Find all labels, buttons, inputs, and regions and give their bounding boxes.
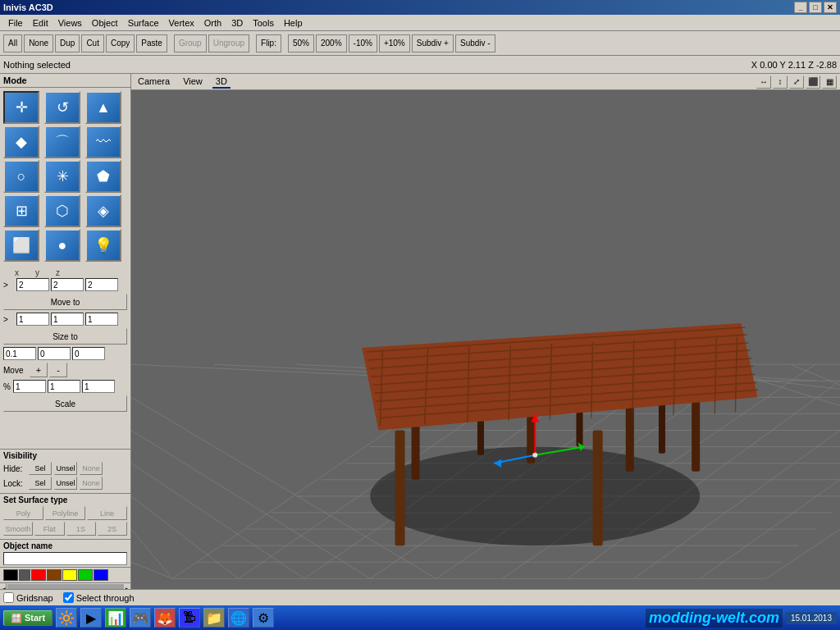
vp-ctrl-4[interactable]: ⬛ (806, 75, 820, 89)
extrude-tool[interactable]: ▲ (85, 91, 121, 124)
edge-tool[interactable]: ⌒ (44, 126, 80, 158)
menu-item-orth[interactable]: Orth (199, 16, 226, 30)
cube-tool[interactable]: ⬡ (44, 194, 80, 227)
scale-x-input[interactable] (13, 380, 46, 393)
lock-unsel-button[interactable]: Unsel (54, 477, 77, 490)
toolbar-btn-10[interactable]: +10% (379, 34, 410, 52)
menu-item-file[interactable]: File (3, 16, 28, 30)
offset-z-input[interactable] (72, 347, 105, 360)
menu-item-edit[interactable]: Edit (28, 16, 53, 30)
maximize-button[interactable]: □ (809, 2, 822, 13)
vertex-tool[interactable]: ◆ (3, 126, 39, 158)
move-tool[interactable]: ✛ (3, 91, 39, 124)
scale-y-input[interactable] (48, 380, 80, 393)
menu-item-vertex[interactable]: Vertex (164, 16, 199, 30)
move-z-input[interactable] (85, 278, 118, 291)
size-z-input[interactable] (85, 313, 118, 326)
start-button[interactable]: 🪟 Start (3, 610, 52, 626)
size-y-input[interactable] (51, 313, 84, 326)
toolbar-btn-cut[interactable]: Cut (81, 34, 104, 52)
sphere-tool[interactable]: ● (44, 229, 80, 262)
color-4[interactable] (62, 569, 77, 581)
close-button[interactable]: ✕ (824, 2, 837, 13)
gridsnap-checkbox-label[interactable]: Gridsnap (3, 592, 53, 603)
toolbar-btn-200[interactable]: 200% (316, 34, 347, 52)
tab-camera[interactable]: Camera (135, 75, 173, 89)
toolbar-btn-50[interactable]: 50% (288, 34, 314, 52)
toolbar-btn-subdiv[interactable]: Subdiv + (412, 34, 454, 52)
cylinder-tool[interactable]: ⬜ (3, 229, 39, 262)
line-button[interactable]: Line (87, 506, 127, 520)
move-y-input[interactable] (51, 278, 84, 291)
size-x-input[interactable] (16, 313, 49, 326)
scale-button[interactable]: Scale (3, 395, 127, 412)
toolbar-btn-subdiv[interactable]: Subdiv - (455, 34, 495, 52)
hide-none-button[interactable]: None (80, 462, 103, 475)
select-through-checkbox[interactable] (63, 592, 74, 603)
menu-item-tools[interactable]: Tools (248, 16, 279, 30)
hide-unsel-button[interactable]: Unsel (54, 462, 77, 475)
taskbar-icon-6[interactable]: 🗜 (179, 608, 200, 628)
taskbar-icon-3[interactable]: 📊 (105, 608, 126, 628)
radial-tool[interactable]: ✳ (44, 160, 80, 193)
taskbar-icon-9[interactable]: ⚙ (253, 608, 274, 628)
minimize-button[interactable]: _ (794, 2, 807, 13)
toolbar-btn-copy[interactable]: Copy (106, 34, 135, 52)
toolbar-btn-10[interactable]: -10% (349, 34, 377, 52)
scroll-right-arrow[interactable]: ▸ (125, 583, 131, 590)
vp-ctrl-2[interactable]: ↕ (773, 75, 788, 89)
taskbar-icon-1[interactable]: 🔆 (56, 608, 77, 628)
taskbar-icon-4[interactable]: 🎮 (130, 608, 151, 628)
polyline-button[interactable]: Polyline (45, 506, 85, 520)
scroll-left-arrow[interactable]: ◂ (0, 583, 7, 590)
taskbar-icon-7[interactable]: 📁 (203, 608, 225, 628)
vp-ctrl-3[interactable]: ⤢ (789, 75, 804, 89)
face-tool[interactable]: 〰 (85, 126, 121, 158)
hide-sel-button[interactable]: Sel (29, 462, 52, 475)
rotate-tool[interactable]: ↺ (44, 91, 80, 124)
gridsnap-checkbox[interactable] (3, 592, 14, 603)
toolbar-btn-paste[interactable]: Paste (136, 34, 167, 52)
tab-view[interactable]: View (180, 75, 206, 89)
taskbar-icon-2[interactable]: ▶ (80, 608, 102, 628)
move-x-input[interactable] (16, 278, 49, 291)
vp-ctrl-1[interactable]: ↔ (756, 75, 771, 89)
move-plus-button[interactable]: + (30, 363, 48, 377)
2s-button[interactable]: 2S (98, 522, 127, 536)
circle-tool[interactable]: ○ (3, 160, 39, 193)
color-2[interactable] (31, 569, 46, 581)
grid-tool[interactable]: ⊞ (3, 194, 39, 227)
tab-3d[interactable]: 3D (212, 75, 231, 89)
toolbar-btn-flip[interactable]: Flip: (256, 34, 281, 52)
menu-item-surface[interactable]: Surface (123, 16, 164, 30)
3d-scene[interactable] (131, 90, 840, 589)
menu-item-object[interactable]: Object (87, 16, 123, 30)
light-add-tool[interactable]: ◈ (85, 194, 121, 227)
move-minus-button[interactable]: - (49, 363, 67, 377)
offset-y-input[interactable] (38, 347, 71, 360)
size-to-button[interactable]: Size to (3, 328, 127, 345)
toolbar-btn-all[interactable]: All (3, 34, 22, 52)
scale-z-input[interactable] (82, 380, 115, 393)
smooth-button[interactable]: Smooth (3, 522, 33, 536)
select-through-checkbox-label[interactable]: Select through (63, 592, 135, 603)
toolbar-btn-none[interactable]: None (24, 34, 53, 52)
toolbar-btn-ungroup[interactable]: Ungroup (208, 34, 249, 52)
move-to-button[interactable]: Move to (3, 294, 127, 310)
toolbar-btn-dup[interactable]: Dup (55, 34, 80, 52)
color-1[interactable] (19, 569, 30, 581)
flat-button[interactable]: Flat (34, 522, 64, 536)
offset-x-input[interactable] (3, 347, 36, 360)
menu-item-views[interactable]: Views (53, 16, 87, 30)
lock-sel-button[interactable]: Sel (29, 477, 52, 490)
lock-none-button[interactable]: None (80, 477, 103, 490)
1s-button[interactable]: 1S (66, 522, 96, 536)
menu-item-3d[interactable]: 3D (226, 16, 248, 30)
color-6[interactable] (94, 569, 108, 581)
menu-item-help[interactable]: Help (279, 16, 308, 30)
taskbar-icon-5[interactable]: 🦊 (154, 608, 176, 628)
object-name-input[interactable] (3, 552, 127, 565)
color-5[interactable] (78, 569, 93, 581)
taskbar-icon-8[interactable]: 🌐 (228, 608, 249, 628)
poly-button[interactable]: Poly (3, 506, 43, 520)
